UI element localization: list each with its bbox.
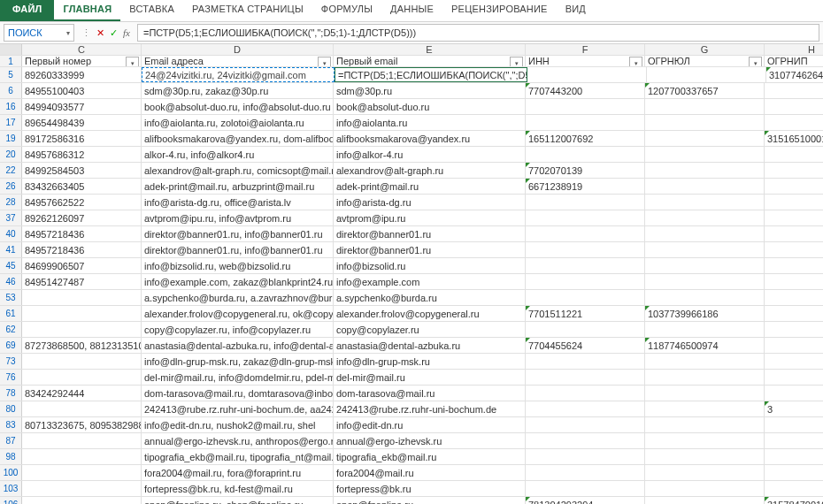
cell[interactable]: direktor@banner01.ru: [334, 242, 526, 257]
row-number[interactable]: 45: [0, 258, 22, 273]
name-box[interactable]: ПОИСК ▾: [4, 24, 74, 42]
cell[interactable]: tipografia_ekb@mail.ru, tipografia_nt@ma…: [142, 449, 334, 464]
cell[interactable]: copy@copylazer.ru, info@copylazer.ru: [142, 322, 334, 337]
cell[interactable]: annual@ergo-izhevsk.ru, anthropos@ergo.r…: [142, 433, 334, 448]
cell[interactable]: open@fponline.ru: [334, 497, 526, 504]
cell[interactable]: [765, 226, 823, 241]
tab-page-layout[interactable]: РАЗМЕТКА СТРАНИЦЫ: [183, 0, 312, 21]
cell[interactable]: [765, 258, 823, 273]
cell[interactable]: [765, 417, 823, 432]
cell[interactable]: [765, 242, 823, 257]
row-number[interactable]: 106: [0, 497, 22, 504]
cell[interactable]: [765, 338, 823, 353]
header-cell[interactable]: ОГРНИП: [765, 56, 823, 66]
row-number[interactable]: 1: [0, 56, 22, 66]
cell[interactable]: book@absolut-duo.ru, info@absolut-duo.ru: [142, 99, 334, 114]
cell[interactable]: [645, 481, 765, 496]
cell[interactable]: [765, 179, 823, 194]
cell[interactable]: 315784700107871: [765, 497, 823, 504]
cell[interactable]: [647, 67, 766, 82]
cell[interactable]: [645, 449, 765, 464]
cell[interactable]: alexandrov@alt-graph.ru, comicsopt@mail.…: [142, 163, 334, 178]
cell[interactable]: 87273868500, 88123135108: [22, 338, 142, 353]
cell[interactable]: 6671238919: [526, 179, 645, 194]
cell[interactable]: [526, 210, 645, 225]
cell[interactable]: [526, 354, 645, 369]
cell[interactable]: [765, 465, 823, 480]
cell[interactable]: info@bizsolid.ru: [334, 258, 526, 273]
cell[interactable]: direktor@banner01.ru: [334, 226, 526, 241]
cell[interactable]: 89654498439: [22, 115, 142, 130]
cell[interactable]: [765, 274, 823, 289]
filter-button[interactable]: ▾: [749, 57, 762, 66]
cell[interactable]: 242413@rube.rz.ruhr-uni-bochum.de, aa242…: [142, 401, 334, 416]
cell[interactable]: [765, 99, 823, 114]
cell[interactable]: [526, 195, 645, 210]
cell[interactable]: 1187746500974: [645, 338, 765, 353]
cell[interactable]: alexander.frolov@copygeneral.ru, ok@copy…: [142, 306, 334, 321]
cell[interactable]: 83432663405: [22, 179, 142, 194]
cell[interactable]: [526, 242, 645, 257]
cell[interactable]: info@dln-grup-msk.ru, zakaz@dln-grup-msk…: [142, 354, 334, 369]
cell[interactable]: [22, 465, 142, 480]
cell[interactable]: [645, 497, 765, 504]
cell[interactable]: info@aiolanta.ru, zolotoi@aiolanta.ru: [142, 115, 334, 130]
filter-button[interactable]: ▾: [629, 57, 642, 66]
cell[interactable]: info@edit-dn.ru: [334, 417, 526, 432]
confirm-icon[interactable]: ✓: [110, 27, 118, 39]
row-number[interactable]: 53: [0, 290, 22, 305]
cell[interactable]: 165112007692: [526, 131, 645, 146]
cell[interactable]: anastasia@dental-azbuka.ru: [334, 338, 526, 353]
row-number[interactable]: 87: [0, 433, 22, 448]
cell[interactable]: alexandrov@alt-graph.ru: [334, 163, 526, 178]
cell[interactable]: info@example.com: [334, 274, 526, 289]
cell[interactable]: 89262126097: [22, 210, 142, 225]
cell[interactable]: 83424292444: [22, 386, 142, 401]
cell[interactable]: avtprom@ipu.ru: [334, 210, 526, 225]
cell[interactable]: [645, 322, 765, 337]
col-header-H[interactable]: H: [765, 44, 823, 55]
cell[interactable]: adek-print@mail.ru: [334, 179, 526, 194]
cell[interactable]: 310774626400672: [766, 67, 823, 82]
cell[interactable]: tipografia_ekb@mail.ru: [334, 449, 526, 464]
cell[interactable]: info@arista-dg.ru: [334, 195, 526, 210]
cell[interactable]: 84992584503: [22, 163, 142, 178]
cell[interactable]: [22, 306, 142, 321]
cell[interactable]: open@fponline.ru, shop@fponline.ru: [142, 497, 334, 504]
row-number[interactable]: 17: [0, 115, 22, 130]
cell[interactable]: [22, 322, 142, 337]
cell[interactable]: info@example.com, zakaz@blankprint24.ru: [142, 274, 334, 289]
cell[interactable]: fortepress@bk.ru: [334, 481, 526, 496]
tab-home[interactable]: ГЛАВНАЯ: [54, 0, 120, 21]
cell[interactable]: book@absolut-duo.ru: [334, 99, 526, 114]
cell[interactable]: [765, 354, 823, 369]
cell[interactable]: info@bizsolid.ru, web@bizsolid.ru: [142, 258, 334, 273]
cell[interactable]: [526, 401, 645, 416]
cell[interactable]: a.sypchenko@burda.ru, a.zavrazhnov@burda…: [142, 290, 334, 305]
cell[interactable]: info@alkor-4.ru: [334, 147, 526, 162]
row-number[interactable]: 80: [0, 401, 22, 416]
cell[interactable]: [526, 465, 645, 480]
cell[interactable]: [526, 417, 645, 432]
row-number[interactable]: 16: [0, 99, 22, 114]
row-number[interactable]: 69: [0, 338, 22, 353]
cell[interactable]: 7702070139: [526, 163, 645, 178]
cancel-icon[interactable]: ✕: [96, 27, 104, 39]
cell[interactable]: [765, 163, 823, 178]
cell[interactable]: [22, 497, 142, 504]
col-header-D[interactable]: D: [142, 44, 334, 55]
cell[interactable]: 80713323675, 80953829884: [22, 417, 142, 432]
cell[interactable]: [645, 99, 765, 114]
cell[interactable]: sdm@30p.ru: [334, 83, 526, 98]
cell[interactable]: [765, 195, 823, 210]
cell[interactable]: annual@ergo-izhevsk.ru: [334, 433, 526, 448]
cell[interactable]: [645, 370, 765, 385]
cell[interactable]: 3: [765, 401, 823, 416]
col-header-G[interactable]: G: [645, 44, 765, 55]
header-cell[interactable]: ОГРНЮЛ ▾: [645, 56, 765, 66]
cell[interactable]: 84951427487: [22, 274, 142, 289]
cell[interactable]: [765, 386, 823, 401]
cell[interactable]: [645, 465, 765, 480]
tab-file[interactable]: ФАЙЛ: [0, 0, 54, 21]
cell[interactable]: [765, 433, 823, 448]
